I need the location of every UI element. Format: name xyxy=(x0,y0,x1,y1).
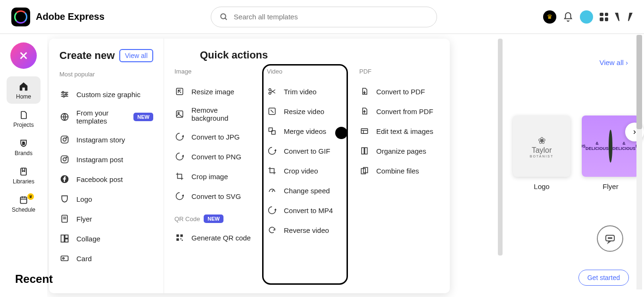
convert-icon xyxy=(174,191,185,201)
action-reverse-video[interactable]: Reverse video xyxy=(267,220,347,240)
facebook-icon xyxy=(59,174,70,184)
svg-rect-36 xyxy=(181,234,183,237)
inner-scrollbar[interactable] xyxy=(498,39,503,256)
sidebar-item-label: Schedule xyxy=(12,206,35,213)
edit-icon xyxy=(359,126,370,136)
create-new-title: Create new xyxy=(59,50,115,62)
get-started-button[interactable]: Get started xyxy=(578,270,629,286)
svg-rect-46 xyxy=(361,129,368,134)
sidebar-item-label: Home xyxy=(16,93,31,100)
convert-icon xyxy=(174,132,185,142)
create-custom-size[interactable]: Custom size graphic xyxy=(59,84,153,104)
adobe-logo-icon[interactable] xyxy=(615,13,633,21)
instagram-icon xyxy=(59,134,70,145)
create-flyer[interactable]: Flyer xyxy=(59,209,153,229)
action-convert-from-pdf[interactable]: Convert from PDF xyxy=(359,101,439,121)
action-edit-text-images[interactable]: Edit text & images xyxy=(359,121,439,141)
list-item-label: Instagram post xyxy=(76,156,153,164)
action-convert-gif[interactable]: Convert to GIF xyxy=(267,141,347,161)
page-scrollbar-track[interactable] xyxy=(636,35,642,289)
list-item-label: Convert to GIF xyxy=(284,147,347,155)
action-remove-background[interactable]: Remove background xyxy=(174,101,255,127)
sidebar-item-brands[interactable]: B Brands xyxy=(7,134,41,160)
sidebar-item-home[interactable]: Home xyxy=(7,76,41,104)
card-icon xyxy=(59,253,70,264)
svg-line-1 xyxy=(225,18,227,20)
action-generate-qr[interactable]: Generate QR code xyxy=(174,228,255,248)
calendar-icon xyxy=(19,195,28,205)
action-change-speed[interactable]: Change speed xyxy=(267,181,347,200)
create-from-templates[interactable]: From your templatesNEW xyxy=(59,104,153,130)
action-resize-image[interactable]: Resize image xyxy=(174,82,255,101)
pdf-icon xyxy=(359,106,370,116)
svg-rect-28 xyxy=(65,235,68,239)
create-instagram-story[interactable]: Instagram story xyxy=(59,130,153,149)
qrcode-section-label: QR Code xyxy=(174,215,200,223)
image-section-label: Image xyxy=(174,68,255,75)
svg-rect-35 xyxy=(176,234,179,237)
svg-point-21 xyxy=(63,158,66,161)
create-collage[interactable]: Collage xyxy=(59,229,153,248)
quick-actions-area: Quick actions Image Resize image Remove … xyxy=(164,39,450,293)
sidebar-item-libraries[interactable]: Libraries xyxy=(7,162,41,189)
sidebar-item-projects[interactable]: Projects xyxy=(7,106,41,132)
pages-icon xyxy=(359,146,370,156)
list-item-label: Custom size graphic xyxy=(76,91,153,99)
flyer-line: & DELICIOUS xyxy=(586,141,609,151)
list-item-label: Generate QR code xyxy=(191,234,255,242)
action-organize-pages[interactable]: Organize pages xyxy=(359,141,439,161)
app-switcher-icon[interactable] xyxy=(600,13,608,21)
user-avatar[interactable] xyxy=(580,10,593,24)
reverse-icon xyxy=(267,225,277,235)
create-instagram-post[interactable]: Instagram post xyxy=(59,149,153,169)
create-card[interactable]: Card xyxy=(59,248,153,268)
bookmark-icon xyxy=(19,167,28,176)
search-wrap xyxy=(110,7,537,27)
action-combine-files[interactable]: Combine files xyxy=(359,161,439,181)
action-convert-svg[interactable]: Convert to SVG xyxy=(174,186,255,206)
speedometer-icon xyxy=(267,185,277,196)
svg-rect-37 xyxy=(176,239,179,241)
list-item-label: Resize video xyxy=(284,107,347,116)
list-item-label: Collage xyxy=(76,235,153,243)
list-item-label: Facebook post xyxy=(76,175,153,183)
premium-crown-icon[interactable]: ♛ xyxy=(543,10,556,24)
create-facebook-post[interactable]: Facebook post xyxy=(59,169,153,189)
main-area: Home Projects B Brands Libraries ♛ Sched… xyxy=(0,34,644,297)
action-resize-video[interactable]: Resize video xyxy=(267,101,347,121)
action-trim-video[interactable]: Trim video xyxy=(267,82,347,101)
template-logo[interactable]: ❀ Taylor BOTANIST Logo xyxy=(513,116,570,190)
list-item-label: Edit text & images xyxy=(376,127,439,135)
close-create-button[interactable] xyxy=(10,42,37,69)
search-input[interactable] xyxy=(234,13,428,21)
globe-icon xyxy=(59,112,70,122)
search-icon xyxy=(220,13,228,21)
page-scrollbar-thumb[interactable] xyxy=(636,35,642,129)
action-crop-image[interactable]: Crop image xyxy=(174,166,255,186)
action-crop-video[interactable]: Crop video xyxy=(267,161,347,181)
notifications-bell-icon[interactable] xyxy=(563,12,573,22)
brand-name: Adobe Express xyxy=(36,11,105,22)
svg-point-13 xyxy=(62,91,64,93)
create-logo[interactable]: Logo xyxy=(59,189,153,209)
merge-icon xyxy=(267,126,277,136)
page-icon xyxy=(59,214,70,224)
action-convert-mp4[interactable]: Convert to MP4 xyxy=(267,200,347,220)
video-section-label: Video xyxy=(267,68,347,75)
list-item-label: Convert to JPG xyxy=(191,133,255,141)
thumb-label: Flyer xyxy=(603,182,618,190)
sidebar-item-schedule[interactable]: ♛ Schedule xyxy=(7,190,41,217)
view-all-templates-link[interactable]: View all xyxy=(599,58,628,66)
action-convert-png[interactable]: Convert to PNG xyxy=(174,147,255,166)
sidebar-item-label: Libraries xyxy=(13,178,34,185)
svg-rect-39 xyxy=(182,240,183,241)
action-convert-jpg[interactable]: Convert to JPG xyxy=(174,127,255,147)
view-all-button[interactable]: View all xyxy=(119,49,153,62)
feedback-chat-button[interactable] xyxy=(597,225,623,252)
list-item-label: Instagram story xyxy=(76,136,153,144)
qrcode-icon xyxy=(174,232,185,243)
search-box[interactable] xyxy=(211,7,437,27)
brand-logo[interactable] xyxy=(11,8,30,26)
action-convert-to-pdf[interactable]: Convert to PDF xyxy=(359,82,439,101)
convert-icon xyxy=(267,146,277,156)
